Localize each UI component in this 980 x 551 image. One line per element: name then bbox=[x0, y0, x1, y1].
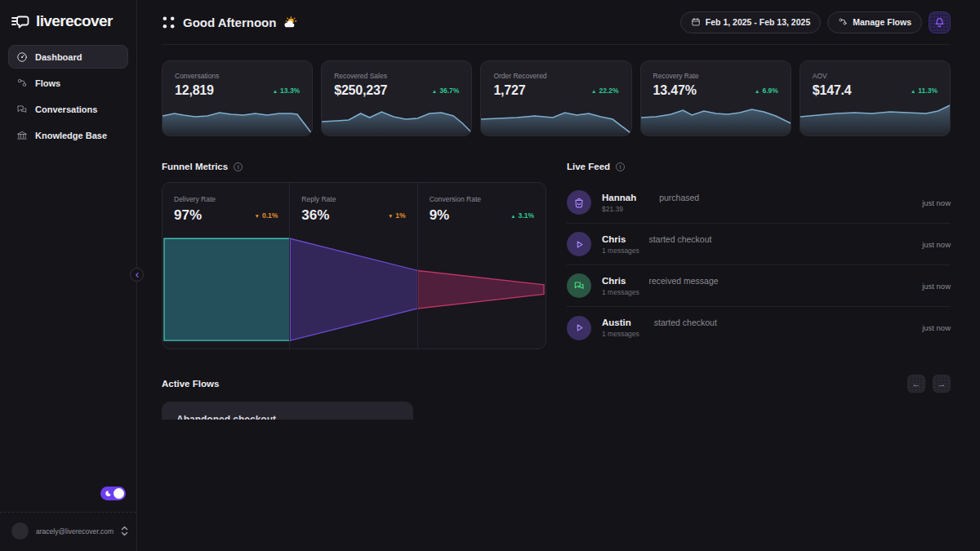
stat-value: 12,819 bbox=[175, 83, 214, 98]
sparkline-chart bbox=[322, 103, 471, 136]
stat-cards-row: Conversations 12,819 ▲13.3% Recovered Sa… bbox=[162, 60, 951, 136]
stage-label: Delivery Rate bbox=[174, 195, 278, 203]
flows-pager: ← → bbox=[907, 375, 951, 393]
date-range-button[interactable]: Feb 1, 2025 - Feb 13, 2025 bbox=[680, 11, 821, 33]
stat-card-order-recovered[interactable]: Order Recovered 1,727 ▲22.2% bbox=[480, 60, 631, 136]
stat-change: ▲6.9% bbox=[755, 87, 778, 95]
stat-change: ▲36.7% bbox=[432, 87, 460, 95]
flow-card-title: Abandoned checkout bbox=[176, 414, 413, 420]
app-logo[interactable]: liverecover bbox=[0, 0, 136, 40]
trend-down-icon: ▼ bbox=[255, 213, 260, 219]
stage-label: Reply Rate bbox=[301, 195, 405, 203]
stat-card-conversations[interactable]: Conversations 12,819 ▲13.3% bbox=[162, 60, 313, 136]
feed-name: Chris bbox=[602, 276, 626, 286]
feed-time: just now bbox=[922, 198, 951, 207]
stat-value: $147.4 bbox=[813, 83, 852, 98]
feed-row[interactable]: Austin started checkout 1 messages just … bbox=[567, 307, 951, 349]
stat-card-aov[interactable]: AOV $147.4 ▲11.3% bbox=[800, 60, 951, 136]
chevron-updown-icon bbox=[121, 526, 128, 536]
stage-label: Conversion Rate bbox=[430, 195, 534, 203]
app-name: liverecover bbox=[36, 12, 113, 30]
funnel-metrics-title: Funnel Metrics bbox=[162, 162, 228, 171]
avatar bbox=[567, 190, 591, 215]
stat-label: Recovery Rate bbox=[641, 61, 791, 80]
sidebar-collapse-button[interactable] bbox=[130, 268, 144, 282]
stat-card-recovery-rate[interactable]: Recovery Rate 13.47% ▲6.9% bbox=[640, 60, 791, 136]
chat-lines-logo-icon bbox=[11, 12, 30, 30]
loader-dots-icon bbox=[162, 16, 176, 29]
active-flows-header: Active Flows ← → bbox=[162, 375, 951, 393]
sidebar-item-knowledge-base[interactable]: Knowledge Base bbox=[8, 123, 128, 147]
next-arrow-button[interactable]: → bbox=[933, 375, 951, 393]
stat-card-recovered-sales[interactable]: Recovered Sales $250,237 ▲36.7% bbox=[321, 60, 472, 136]
stat-value: 13.47% bbox=[653, 83, 697, 98]
info-icon[interactable]: i bbox=[234, 162, 243, 171]
flow-icon bbox=[838, 17, 848, 27]
stat-change: ▲13.3% bbox=[273, 87, 301, 95]
feed-row[interactable]: Hannah purchased $21.39 just now bbox=[567, 182, 951, 224]
user-account-row[interactable]: aracely@liverecover.com bbox=[0, 512, 136, 551]
manage-flows-button[interactable]: Manage Flows bbox=[827, 11, 922, 33]
sidebar-item-dashboard[interactable]: Dashboard bbox=[8, 45, 128, 69]
sidebar-item-conversations[interactable]: Conversations bbox=[8, 97, 128, 121]
stage-change: ▼1% bbox=[388, 211, 406, 220]
flow-card[interactable]: Abandoned checkout bbox=[162, 402, 413, 420]
chat-bubbles-icon bbox=[16, 104, 28, 115]
gauge-icon bbox=[16, 51, 28, 63]
feed-sub: 1 messages bbox=[602, 247, 911, 255]
moon-icon bbox=[104, 490, 112, 498]
sidebar-item-flows[interactable]: Flows bbox=[8, 71, 128, 95]
prev-arrow-button[interactable]: ← bbox=[907, 375, 925, 393]
active-flows-title: Active Flows bbox=[162, 379, 219, 389]
greeting: Good Afternoon bbox=[162, 16, 297, 29]
funnel-chart-card: Delivery Rate 97% ▼0.1% Reply Rate 36% ▼… bbox=[162, 182, 546, 349]
chat-bubbles-icon bbox=[572, 279, 586, 292]
feed-row[interactable]: Chris received message 1 messages just n… bbox=[567, 265, 951, 307]
topbar-actions: Feb 1, 2025 - Feb 13, 2025 Manage Flows bbox=[680, 11, 951, 33]
feed-row[interactable]: Chris started checkout 1 messages just n… bbox=[567, 224, 951, 265]
live-feed-title: Live Feed bbox=[567, 162, 610, 171]
feed-name: Chris bbox=[602, 234, 626, 244]
page-title: Good Afternoon bbox=[183, 16, 276, 29]
play-icon bbox=[573, 322, 586, 334]
stat-label: AOV bbox=[800, 61, 950, 80]
feed-event: received message bbox=[648, 276, 718, 286]
sidebar-item-label: Knowledge Base bbox=[35, 131, 107, 140]
avatar bbox=[567, 273, 591, 298]
feed-sub: 1 messages bbox=[602, 330, 911, 338]
stage-change: ▲3.1% bbox=[510, 211, 534, 220]
topbar: Good Afternoon Feb 1 bbox=[162, 0, 951, 44]
trend-up-icon: ▲ bbox=[510, 213, 515, 219]
stat-value: 1,727 bbox=[493, 83, 525, 98]
stat-label: Order Recovered bbox=[481, 61, 630, 80]
user-email: aracely@liverecover.com bbox=[36, 527, 114, 535]
toggle-knob bbox=[114, 488, 124, 499]
feed-time: just now bbox=[922, 240, 951, 249]
sparkline-chart bbox=[800, 103, 950, 136]
trend-up-icon: ▲ bbox=[432, 88, 437, 94]
stage-value: 97% bbox=[174, 207, 202, 224]
bank-icon bbox=[16, 130, 28, 141]
shopping-bag-icon bbox=[572, 196, 586, 209]
feed-time: just now bbox=[922, 323, 951, 332]
info-icon[interactable]: i bbox=[616, 162, 625, 171]
notifications-button[interactable] bbox=[929, 11, 951, 33]
stage-value: 36% bbox=[301, 207, 329, 224]
feed-event: started checkout bbox=[654, 318, 717, 327]
play-icon bbox=[573, 238, 586, 251]
live-feed-section: Live Feed i Hannah bbox=[567, 160, 951, 349]
funnel-stage-conversion: Conversion Rate 9% ▲3.1% bbox=[418, 183, 546, 349]
sidebar-item-label: Dashboard bbox=[35, 52, 82, 62]
stat-change: ▲22.2% bbox=[591, 87, 619, 95]
trend-down-icon: ▼ bbox=[388, 213, 393, 219]
sidebar-item-label: Conversations bbox=[35, 104, 97, 114]
dark-mode-toggle[interactable] bbox=[100, 487, 126, 500]
feed-event: purchased bbox=[659, 193, 699, 202]
funnel-section: Funnel Metrics i Delivery Rate 97% ▼0.1%… bbox=[162, 160, 546, 349]
bell-icon bbox=[933, 16, 946, 29]
header-divider bbox=[162, 44, 951, 45]
sparkline-chart bbox=[641, 103, 791, 136]
live-feed-list: Hannah purchased $21.39 just now bbox=[567, 182, 951, 349]
sparkline-chart bbox=[481, 103, 630, 136]
avatar bbox=[567, 232, 591, 256]
